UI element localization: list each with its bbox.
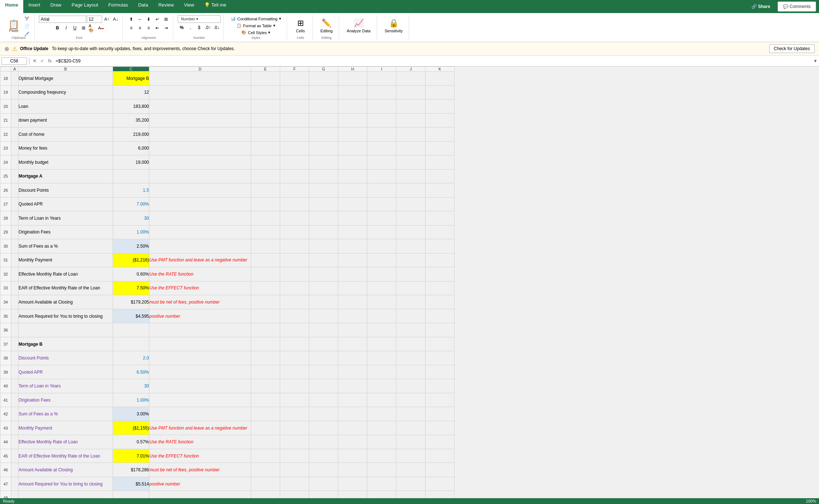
cell-k-19[interactable] [425,85,455,99]
cell-c-24[interactable]: 19,000 [113,155,149,170]
cell-e-24[interactable] [251,155,280,170]
cell-f-33[interactable] [280,281,309,295]
merge-button[interactable]: ⊞ [162,15,170,23]
cell-e-29[interactable] [251,225,280,239]
cell-c-21[interactable]: 35,200 [113,113,149,127]
cell-h-25[interactable] [338,169,367,183]
cell-g-39[interactable] [309,365,338,379]
cell-e-35[interactable] [251,309,280,323]
cell-j-46[interactable] [396,463,425,477]
cell-a-22[interactable] [11,127,19,142]
cell-f-32[interactable] [280,267,309,281]
cell-b-41[interactable]: Origination Fees [19,393,113,407]
cell-i-27[interactable] [367,197,396,211]
editing-button[interactable]: ✏️ Editing [317,15,336,36]
tab-home[interactable]: Home [0,0,23,13]
cell-b-42[interactable]: Sum of Fees as a % [19,407,113,421]
cell-d-42[interactable] [149,407,251,421]
cell-e-19[interactable] [251,85,280,99]
cell-g-44[interactable] [309,435,338,449]
cell-j-42[interactable] [396,407,425,421]
cell-d-37[interactable] [149,337,251,351]
align-right-button[interactable]: ≡ [145,24,153,32]
cell-d-46[interactable]: must be net of fees, positive number [149,463,251,477]
cell-d-44[interactable]: Use the RATE function [149,435,251,449]
col-header-i[interactable]: I [367,67,396,72]
cell-a-36[interactable] [11,323,19,337]
cell-g-30[interactable] [309,239,338,253]
cell-f-19[interactable] [280,85,309,99]
cell-b-25[interactable]: Mortgage A [19,169,113,183]
cell-i-41[interactable] [367,393,396,407]
cell-a-23[interactable] [11,141,19,155]
cell-c-26[interactable]: 1.5 [113,183,149,198]
cell-h-46[interactable] [338,463,367,477]
cell-a-21[interactable] [11,113,19,127]
cell-d-22[interactable] [149,127,251,142]
cell-k-43[interactable] [425,421,455,435]
cell-j-41[interactable] [396,393,425,407]
cell-e-27[interactable] [251,197,280,211]
tab-tell-me[interactable]: 💡 Tell me [199,0,231,13]
cell-c-46[interactable]: $178,286 [113,463,149,477]
paste-button[interactable]: 📋 Paste [6,16,22,37]
cell-j-19[interactable] [396,85,425,99]
cell-k-30[interactable] [425,239,455,253]
decrease-indent-button[interactable]: ⇤ [153,24,161,32]
cell-g-32[interactable] [309,267,338,281]
cell-d-27[interactable] [149,197,251,211]
cell-j-30[interactable] [396,239,425,253]
cell-h-37[interactable] [338,337,367,351]
cell-b-37[interactable]: Mortgage B [19,337,113,351]
cell-e-26[interactable] [251,183,280,198]
cell-j-25[interactable] [396,169,425,183]
align-top-button[interactable]: ⬆ [127,15,135,23]
cell-h-42[interactable] [338,407,367,421]
cell-i-24[interactable] [367,155,396,170]
comments-button[interactable]: 💬 Comments [778,1,816,12]
cell-e-18[interactable] [251,72,280,86]
cell-f-20[interactable] [280,99,309,114]
cell-i-35[interactable] [367,309,396,323]
cell-f-37[interactable] [280,337,309,351]
cell-h-35[interactable] [338,309,367,323]
col-header-b[interactable]: B [19,67,113,72]
cell-h-20[interactable] [338,99,367,114]
cell-c-45[interactable]: 7.01% [113,449,149,463]
percent-button[interactable]: % [178,24,186,32]
cell-i-33[interactable] [367,281,396,295]
tab-formulas[interactable]: Formulas [103,0,133,13]
cell-f-40[interactable] [280,379,309,393]
cell-a-41[interactable] [11,393,19,407]
cell-h-27[interactable] [338,197,367,211]
cell-e-20[interactable] [251,99,280,114]
cell-b-45[interactable]: EAR of Effective Monthly Rate of the Loa… [19,449,113,463]
cell-h-39[interactable] [338,365,367,379]
cell-k-24[interactable] [425,155,455,170]
cell-a-35[interactable] [11,309,19,323]
cell-a-37[interactable] [11,337,19,351]
cell-j-37[interactable] [396,337,425,351]
cell-j-31[interactable] [396,253,425,267]
cell-h-31[interactable] [338,253,367,267]
cell-a-27[interactable] [11,197,19,211]
cell-d-34[interactable]: must be net of fees, positive number [149,295,251,309]
cell-c-47[interactable]: $5,514 [113,477,149,491]
cell-j-32[interactable] [396,267,425,281]
cell-i-19[interactable] [367,85,396,99]
cell-i-31[interactable] [367,253,396,267]
cell-b-32[interactable]: Effective Monthly Rate of Loan [19,267,113,281]
cell-d-33[interactable]: Use the EFFECT function [149,281,251,295]
cell-e-22[interactable] [251,127,280,142]
cell-g-38[interactable] [309,351,338,365]
cell-c-42[interactable]: 3.00% [113,407,149,421]
cell-e-38[interactable] [251,351,280,365]
cell-j-23[interactable] [396,141,425,155]
cell-d-20[interactable] [149,99,251,114]
cell-i-43[interactable] [367,421,396,435]
cell-reference-box[interactable] [1,57,27,65]
cell-g-42[interactable] [309,407,338,421]
cell-a-33[interactable] [11,281,19,295]
cell-f-24[interactable] [280,155,309,170]
cell-a-43[interactable] [11,421,19,435]
